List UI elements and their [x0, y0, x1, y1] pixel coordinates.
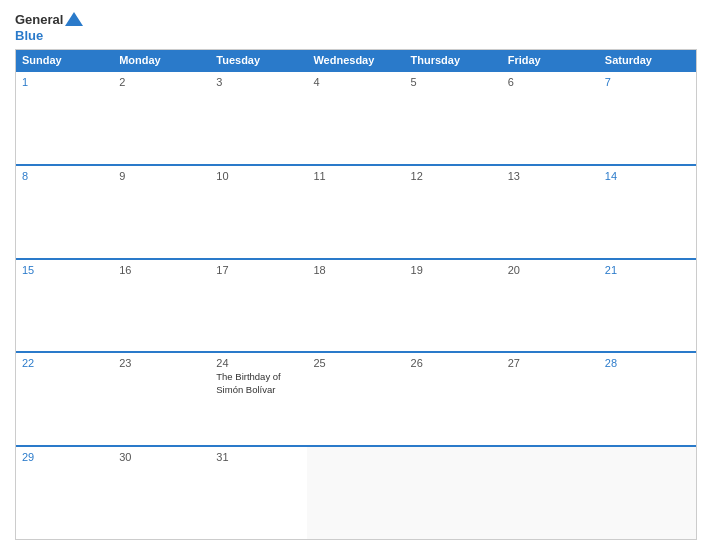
calendar-cell: 7 [599, 72, 696, 164]
calendar-cell: 28 [599, 353, 696, 445]
day-number: 18 [313, 264, 398, 276]
calendar-cell [405, 447, 502, 539]
day-number: 4 [313, 76, 398, 88]
calendar-cell: 21 [599, 260, 696, 352]
calendar-row-4: 293031 [16, 445, 696, 539]
day-number: 21 [605, 264, 690, 276]
logo-general-text: General [15, 12, 63, 27]
logo-flag-icon [65, 10, 83, 28]
day-number: 5 [411, 76, 496, 88]
calendar-cell: 6 [502, 72, 599, 164]
calendar-cell: 19 [405, 260, 502, 352]
calendar-cell [599, 447, 696, 539]
day-number: 8 [22, 170, 107, 182]
calendar-cell: 18 [307, 260, 404, 352]
day-number: 22 [22, 357, 107, 369]
day-number: 19 [411, 264, 496, 276]
calendar-cell: 9 [113, 166, 210, 258]
calendar-cell: 11 [307, 166, 404, 258]
calendar-cell: 22 [16, 353, 113, 445]
day-number: 26 [411, 357, 496, 369]
day-number: 7 [605, 76, 690, 88]
svg-marker-0 [65, 12, 83, 26]
calendar-cell: 29 [16, 447, 113, 539]
day-number: 29 [22, 451, 107, 463]
day-number: 10 [216, 170, 301, 182]
day-number: 2 [119, 76, 204, 88]
calendar-cell: 15 [16, 260, 113, 352]
calendar-cell: 16 [113, 260, 210, 352]
calendar-header: SundayMondayTuesdayWednesdayThursdayFrid… [16, 50, 696, 70]
calendar-row-3: 222324The Birthday of Simón Bolívar25262… [16, 351, 696, 445]
calendar-row-1: 891011121314 [16, 164, 696, 258]
day-number: 17 [216, 264, 301, 276]
day-number: 11 [313, 170, 398, 182]
header: GeneralBlue [15, 10, 697, 43]
calendar-cell: 27 [502, 353, 599, 445]
logo: GeneralBlue [15, 10, 83, 43]
day-number: 12 [411, 170, 496, 182]
header-day-wednesday: Wednesday [307, 50, 404, 70]
calendar-body: 123456789101112131415161718192021222324T… [16, 70, 696, 539]
header-day-saturday: Saturday [599, 50, 696, 70]
day-number: 27 [508, 357, 593, 369]
header-day-monday: Monday [113, 50, 210, 70]
header-day-friday: Friday [502, 50, 599, 70]
calendar-cell [502, 447, 599, 539]
day-number: 16 [119, 264, 204, 276]
calendar-cell: 23 [113, 353, 210, 445]
calendar-cell: 24The Birthday of Simón Bolívar [210, 353, 307, 445]
day-number: 9 [119, 170, 204, 182]
calendar-cell: 12 [405, 166, 502, 258]
day-number: 23 [119, 357, 204, 369]
calendar-cell: 4 [307, 72, 404, 164]
day-number: 30 [119, 451, 204, 463]
calendar-cell: 2 [113, 72, 210, 164]
day-number: 13 [508, 170, 593, 182]
calendar-cell: 26 [405, 353, 502, 445]
calendar: SundayMondayTuesdayWednesdayThursdayFrid… [15, 49, 697, 540]
calendar-cell: 25 [307, 353, 404, 445]
logo-blue-text: Blue [15, 28, 43, 43]
calendar-cell: 8 [16, 166, 113, 258]
header-day-tuesday: Tuesday [210, 50, 307, 70]
day-number: 28 [605, 357, 690, 369]
day-number: 1 [22, 76, 107, 88]
calendar-cell: 13 [502, 166, 599, 258]
calendar-cell [307, 447, 404, 539]
day-number: 14 [605, 170, 690, 182]
header-day-thursday: Thursday [405, 50, 502, 70]
calendar-cell: 5 [405, 72, 502, 164]
day-number: 24 [216, 357, 301, 369]
header-day-sunday: Sunday [16, 50, 113, 70]
calendar-cell: 31 [210, 447, 307, 539]
day-number: 25 [313, 357, 398, 369]
day-number: 15 [22, 264, 107, 276]
event-label: The Birthday of Simón Bolívar [216, 371, 301, 396]
day-number: 31 [216, 451, 301, 463]
calendar-row-0: 1234567 [16, 70, 696, 164]
calendar-cell: 17 [210, 260, 307, 352]
day-number: 20 [508, 264, 593, 276]
calendar-cell: 1 [16, 72, 113, 164]
calendar-row-2: 15161718192021 [16, 258, 696, 352]
calendar-cell: 3 [210, 72, 307, 164]
calendar-cell: 10 [210, 166, 307, 258]
calendar-cell: 14 [599, 166, 696, 258]
calendar-page: GeneralBlue SundayMondayTuesdayWednesday… [0, 0, 712, 550]
calendar-cell: 30 [113, 447, 210, 539]
calendar-cell: 20 [502, 260, 599, 352]
day-number: 3 [216, 76, 301, 88]
day-number: 6 [508, 76, 593, 88]
